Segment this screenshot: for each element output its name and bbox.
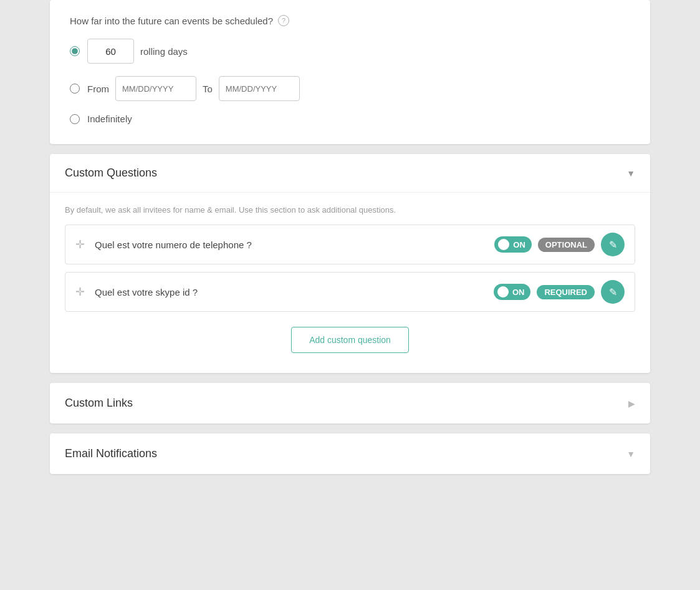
toggle-on-1[interactable]: ON xyxy=(494,236,532,253)
toggle-on-2[interactable]: ON xyxy=(494,284,531,300)
question-controls-2: ON REQUIRED ✎ xyxy=(494,280,625,304)
custom-links-arrow: ▶ xyxy=(628,399,635,409)
question-item-2: ✛ Quel est votre skype id ? ON REQUIRED … xyxy=(65,272,635,312)
rolling-days-input[interactable]: 60 xyxy=(87,39,134,64)
to-date-input[interactable] xyxy=(219,76,300,101)
question-text-1: Quel est votre numero de telephone ? xyxy=(95,239,484,250)
edit-button-2[interactable]: ✎ xyxy=(601,280,625,304)
toggle-text-2: ON xyxy=(512,288,525,297)
question-text-2: Quel est votre skype id ? xyxy=(95,287,484,297)
email-notifications-header[interactable]: Email Notifications ▼ xyxy=(50,433,650,474)
help-icon[interactable]: ? xyxy=(278,15,289,26)
add-custom-question-button[interactable]: Add custom question xyxy=(291,327,409,353)
optional-badge-1[interactable]: OPTIONAL xyxy=(538,238,595,252)
drag-handle-2[interactable]: ✛ xyxy=(75,285,85,299)
date-range-controls: From To xyxy=(87,76,300,101)
custom-questions-hint: By default, we ask all invitees for name… xyxy=(65,205,635,215)
to-label: To xyxy=(203,84,213,94)
scheduling-question-text: How far into the future can events be sc… xyxy=(70,16,273,26)
custom-questions-title: Custom Questions xyxy=(65,167,157,180)
custom-links-header[interactable]: Custom Links ▶ xyxy=(50,383,650,423)
required-badge-text-2: REQUIRED xyxy=(544,288,587,297)
scheduling-question: How far into the future can events be sc… xyxy=(70,15,630,26)
edit-icon-1: ✎ xyxy=(609,239,617,251)
rolling-days-radio[interactable] xyxy=(70,46,80,56)
scheduling-section: How far into the future can events be sc… xyxy=(50,0,650,144)
custom-links-section: Custom Links ▶ xyxy=(50,383,650,423)
rolling-days-label: rolling days xyxy=(140,46,188,57)
email-notifications-arrow: ▼ xyxy=(626,449,635,459)
custom-questions-arrow: ▼ xyxy=(626,168,635,178)
toggle-circle-1 xyxy=(498,239,509,250)
scheduling-radio-group: 60 rolling days From To Indefinitely xyxy=(70,39,630,124)
indefinitely-radio[interactable] xyxy=(70,114,80,124)
date-range-radio[interactable] xyxy=(70,84,80,94)
from-date-input[interactable] xyxy=(115,76,196,101)
toggle-circle-2 xyxy=(497,286,509,297)
question-item-1: ✛ Quel est votre numero de telephone ? O… xyxy=(65,225,635,264)
question-controls-1: ON OPTIONAL ✎ xyxy=(494,233,625,256)
rolling-days-controls: 60 rolling days xyxy=(87,39,188,64)
date-range-row: From To xyxy=(70,76,630,101)
rolling-days-row: 60 rolling days xyxy=(70,39,630,64)
toggle-text-1: ON xyxy=(513,240,525,249)
edit-button-1[interactable]: ✎ xyxy=(601,233,625,256)
custom-questions-header[interactable]: Custom Questions ▼ xyxy=(50,154,650,192)
from-label: From xyxy=(87,84,109,94)
email-notifications-section: Email Notifications ▼ xyxy=(50,433,650,474)
indefinitely-row: Indefinitely xyxy=(70,114,630,124)
indefinitely-label: Indefinitely xyxy=(87,114,132,124)
email-notifications-title: Email Notifications xyxy=(65,447,157,460)
custom-links-title: Custom Links xyxy=(65,397,133,410)
custom-questions-body: By default, we ask all invitees for name… xyxy=(50,192,650,373)
edit-icon-2: ✎ xyxy=(609,286,617,298)
drag-handle-1[interactable]: ✛ xyxy=(75,238,85,251)
required-badge-2[interactable]: REQUIRED xyxy=(537,285,595,299)
custom-questions-section: Custom Questions ▼ By default, we ask al… xyxy=(50,154,650,373)
optional-badge-text-1: OPTIONAL xyxy=(545,240,587,249)
